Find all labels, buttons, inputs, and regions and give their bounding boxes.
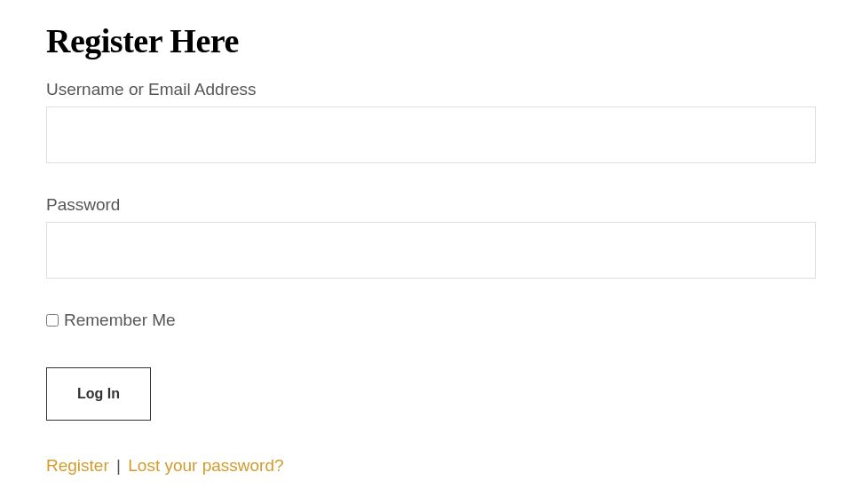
remember-label: Remember Me [64, 311, 176, 330]
username-input[interactable] [46, 106, 816, 163]
lost-password-link[interactable]: Lost your password? [128, 456, 283, 475]
remember-checkbox[interactable] [46, 314, 59, 327]
username-label: Username or Email Address [46, 80, 816, 99]
login-button[interactable]: Log In [46, 367, 151, 421]
remember-row: Remember Me [46, 311, 816, 330]
auth-links: Register | Lost your password? [46, 456, 816, 476]
username-group: Username or Email Address [46, 80, 816, 163]
password-label: Password [46, 195, 816, 215]
page-title: Register Here [46, 21, 816, 60]
link-divider: | [116, 456, 121, 475]
password-group: Password [46, 195, 816, 279]
password-input[interactable] [46, 222, 816, 279]
register-link[interactable]: Register [46, 456, 109, 475]
login-form: Username or Email Address Password Remem… [46, 80, 816, 456]
